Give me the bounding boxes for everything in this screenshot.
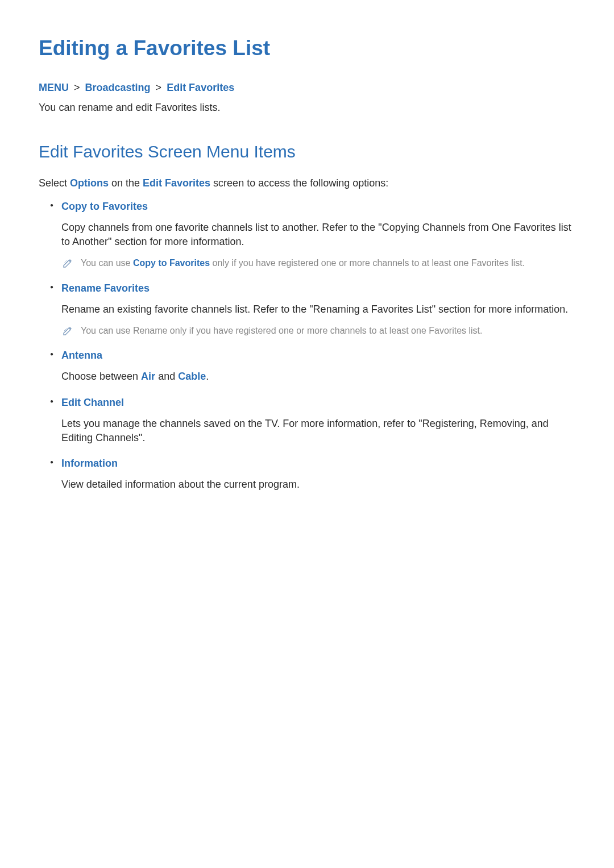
section-intro-mid: on the [109,177,143,189]
item-title: Copy to Favorites [61,201,575,213]
body-mid: and [155,371,178,382]
note-text: You can use Rename only if you have regi… [81,325,482,337]
section-intro: Select Options on the Edit Favorites scr… [39,177,575,189]
section-intro-prefix: Select [39,177,70,189]
section-intro-suffix: screen to access the following options: [210,177,388,189]
note: You can use Copy to Favorites only if yo… [61,257,575,269]
breadcrumb-sep: > [156,82,162,93]
note-suffix: only if you have registered one or more … [210,258,525,268]
pencil-icon [63,258,73,268]
options-link: Options [70,177,109,189]
breadcrumb-edit-favorites[interactable]: Edit Favorites [167,82,234,93]
item-body: View detailed information about the curr… [61,477,575,492]
list-item-copy-to-favorites: Copy to Favorites Copy channels from one… [50,201,575,270]
pencil-icon [63,326,73,336]
item-title: Antenna [61,350,575,362]
edit-favorites-link: Edit Favorites [143,177,210,189]
list-item-antenna: Antenna Choose between Air and Cable. [50,350,575,384]
item-body: Lets you manage the channels saved on th… [61,417,575,445]
breadcrumb-broadcasting[interactable]: Broadcasting [85,82,151,93]
item-title: Edit Channel [61,397,575,409]
note-link: Copy to Favorites [133,258,210,268]
breadcrumb: MENU > Broadcasting > Edit Favorites [39,82,575,94]
options-list: Copy to Favorites Copy channels from one… [39,201,575,492]
intro-text: You can rename and edit Favorites lists. [39,102,575,114]
body-prefix: Choose between [61,371,141,382]
section-title: Edit Favorites Screen Menu Items [39,142,575,161]
breadcrumb-menu[interactable]: MENU [39,82,69,93]
item-body: Rename an existing favorite channels lis… [61,302,575,317]
list-item-information: Information View detailed information ab… [50,458,575,492]
cable-link: Cable [178,371,206,382]
item-title: Rename Favorites [61,283,575,294]
list-item-rename-favorites: Rename Favorites Rename an existing favo… [50,283,575,338]
note-text: You can use Copy to Favorites only if yo… [81,257,525,269]
air-link: Air [141,371,155,382]
item-body: Choose between Air and Cable. [61,369,575,384]
page-title: Editing a Favorites List [39,36,575,60]
breadcrumb-sep: > [74,82,80,93]
body-suffix: . [206,371,209,382]
item-body: Copy channels from one favorite channels… [61,221,575,249]
note: You can use Rename only if you have regi… [61,325,575,337]
list-item-edit-channel: Edit Channel Lets you manage the channel… [50,397,575,445]
item-title: Information [61,458,575,470]
note-prefix: You can use [81,258,133,268]
